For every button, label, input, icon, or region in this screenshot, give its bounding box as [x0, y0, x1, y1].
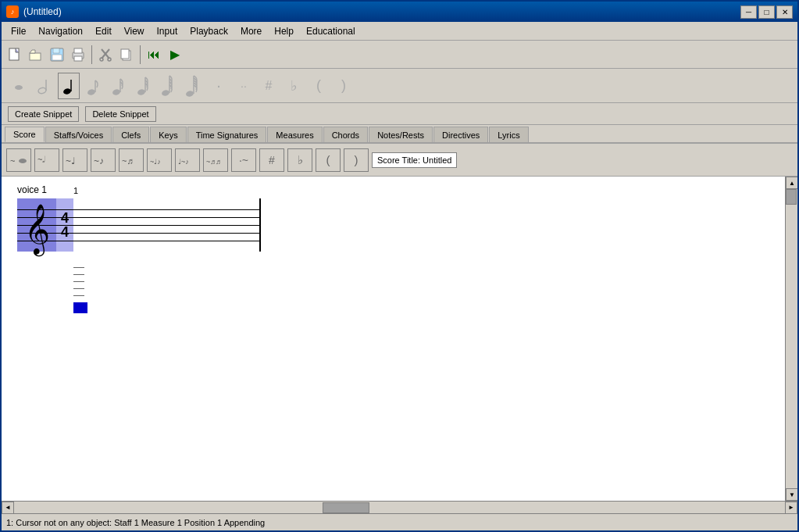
note-eighth-btn[interactable]	[83, 73, 105, 99]
play-button[interactable]: ▶	[165, 45, 185, 65]
svg-point-20	[87, 88, 95, 95]
main-window: ♪ (Untitled) ─ □ ✕ File Navigation Edit …	[0, 0, 799, 532]
h-scroll-thumb[interactable]	[323, 502, 369, 513]
ctrl-btn-paren-close[interactable]: )	[344, 148, 369, 172]
tab-chords[interactable]: Chords	[323, 127, 368, 142]
app-content: File Navigation Edit View Input Playback…	[2, 22, 797, 530]
menu-educational[interactable]: Educational	[300, 23, 362, 39]
note-flat-btn[interactable]: ♭	[283, 73, 305, 99]
title-bar-left: ♪ (Untitled)	[6, 5, 62, 18]
scroll-track[interactable]	[786, 189, 797, 488]
rewind-button[interactable]: ⏮	[144, 45, 164, 65]
save-button[interactable]	[47, 45, 67, 65]
svg-point-26	[161, 89, 169, 96]
tab-clefs[interactable]: Clefs	[112, 127, 149, 142]
open-button[interactable]	[26, 45, 46, 65]
note-32nd-btn[interactable]	[133, 73, 155, 99]
ctrl-btn-quarter[interactable]: ~♩	[62, 148, 87, 172]
tab-lyrics[interactable]: Lyrics	[489, 127, 528, 142]
scroll-right-button[interactable]: ►	[785, 502, 797, 514]
tab-keys[interactable]: Keys	[150, 127, 186, 142]
ledger-line-1	[73, 267, 84, 268]
ctrl-btn-flat[interactable]: ♭	[287, 148, 312, 172]
menu-help[interactable]: Help	[268, 23, 300, 39]
scroll-left-button[interactable]: ◄	[2, 502, 14, 514]
delete-snippet-button[interactable]: Delete Snippet	[85, 106, 155, 122]
tab-time-signatures[interactable]: Time Signatures	[187, 127, 267, 142]
menu-more[interactable]: More	[234, 23, 268, 39]
ctrl-btn-32nd[interactable]: ~♬♬	[203, 148, 228, 172]
create-snippet-button[interactable]: Create Snippet	[8, 106, 79, 122]
note-dot-btn[interactable]: ·	[208, 73, 230, 99]
ctrl-btn-dot[interactable]: ·~	[231, 148, 256, 172]
ctrl-btn-sharp[interactable]: #	[259, 148, 284, 172]
svg-rect-0	[9, 48, 19, 60]
note-quarter-btn[interactable]	[58, 73, 80, 99]
note-whole-rest-btn[interactable]	[8, 73, 30, 99]
vertical-scrollbar: ▲ ▼	[785, 177, 797, 501]
note-16th-btn[interactable]	[108, 73, 130, 99]
menu-view[interactable]: View	[118, 23, 151, 39]
ledger-line-2	[73, 274, 84, 275]
note-sharp-btn[interactable]: #	[258, 73, 280, 99]
ctrl-btn-whole-eye[interactable]: ~	[6, 148, 31, 172]
scroll-down-button[interactable]: ▼	[786, 488, 797, 501]
window-title: (Untitled)	[23, 6, 62, 17]
note-half-btn[interactable]	[33, 73, 55, 99]
tab-bar: Score Staffs/Voices Clefs Keys Time Sign…	[2, 125, 797, 144]
menu-bar: File Navigation Edit View Input Playback…	[2, 22, 797, 41]
svg-text:♩~♪: ♩~♪	[178, 158, 189, 166]
svg-rect-1	[30, 53, 41, 60]
copy-button[interactable]	[116, 45, 137, 65]
ctrl-btn-half[interactable]: ~𝅗𝅥	[34, 148, 59, 172]
menu-playback[interactable]: Playback	[184, 23, 234, 39]
svg-rect-4	[53, 48, 59, 53]
menu-navigation[interactable]: Navigation	[32, 23, 89, 39]
svg-point-16	[37, 87, 46, 94]
tab-directives[interactable]: Directives	[433, 127, 488, 142]
note-64th-btn[interactable]	[158, 73, 180, 99]
measure-number: 1	[73, 186, 78, 195]
new-button[interactable]	[5, 45, 25, 65]
status-text: 1: Cursor not on any object: Staff 1 Mea…	[6, 518, 265, 527]
scroll-thumb[interactable]	[786, 189, 797, 205]
score-outer: voice 1	[2, 177, 797, 513]
ctrl-btn-mixed2[interactable]: ♩~♪	[175, 148, 200, 172]
note-openparen-btn[interactable]: (	[308, 73, 330, 99]
ctrl-btn-eighth[interactable]: ~♪	[91, 148, 116, 172]
note-double-dot-btn[interactable]: ··	[233, 73, 255, 99]
ctrl-btn-mixed1[interactable]: ~♩♪	[147, 148, 172, 172]
svg-point-15	[15, 85, 23, 90]
ctrl-btn-paren-open[interactable]: (	[316, 148, 341, 172]
treble-clef-symbol: 𝄞	[24, 207, 50, 251]
note-128th-btn[interactable]	[183, 73, 205, 99]
svg-rect-5	[52, 55, 62, 60]
svg-text:~: ~	[10, 156, 15, 166]
score-controls: ~ ~𝅗𝅥 ~♩ ~♪ ~♬ ~♩♪ ♩~♪	[2, 144, 797, 177]
status-bar: 1: Cursor not on any object: Staff 1 Mea…	[2, 513, 797, 530]
clef-area: 𝄞	[17, 198, 56, 252]
menu-edit[interactable]: Edit	[89, 23, 118, 39]
cut-button[interactable]	[95, 45, 116, 65]
ctrl-btn-16th[interactable]: ~♬	[119, 148, 144, 172]
h-scroll-track[interactable]	[14, 502, 785, 514]
svg-point-12	[108, 58, 111, 61]
svg-rect-8	[74, 56, 82, 61]
svg-rect-14	[121, 49, 129, 59]
menu-input[interactable]: Input	[151, 23, 184, 39]
svg-point-24	[137, 88, 145, 95]
tab-measures[interactable]: Measures	[267, 127, 322, 142]
maximize-button[interactable]: □	[758, 5, 775, 19]
svg-point-11	[100, 58, 103, 61]
tab-staffs-voices[interactable]: Staffs/Voices	[45, 127, 112, 142]
close-button[interactable]: ✕	[776, 5, 793, 19]
note-closeparen-btn[interactable]: )	[333, 73, 355, 99]
menu-file[interactable]: File	[5, 23, 32, 39]
main-toolbar: ⏮ ▶	[2, 41, 797, 69]
tab-notes-rests[interactable]: Notes/Rests	[369, 127, 433, 142]
horizontal-scrollbar: ◄ ►	[2, 501, 797, 513]
tab-score[interactable]: Score	[5, 127, 45, 142]
minimize-button[interactable]: ─	[740, 5, 757, 19]
scroll-up-button[interactable]: ▲	[786, 177, 797, 189]
print-button[interactable]	[68, 45, 88, 65]
